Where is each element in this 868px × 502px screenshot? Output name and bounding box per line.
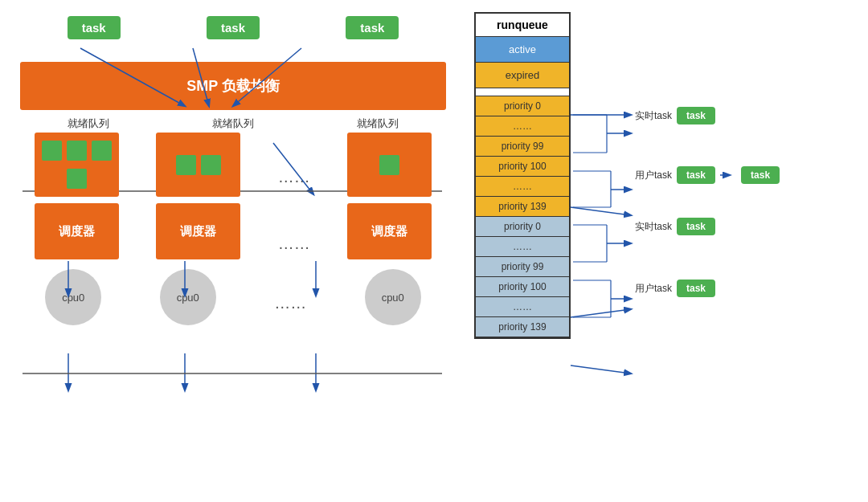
rq-active-p0: priority 0 [476,96,569,116]
main-diagram: task task task SMP 负载均衡 就绪队列 就绪队列 就绪队列 … [0,0,868,502]
rq-active-label: active [476,37,569,63]
mini-task [379,155,399,175]
svg-line-16 [571,309,631,317]
rq-expired-p99: priority 99 [476,257,569,277]
mini-task [67,169,87,189]
rq-active-p99: priority 99 [476,137,569,157]
right-panel: runqueue active expired priority 0 …… pr… [458,8,860,494]
active-realtime-task: task [677,107,715,124]
queue-labels-row: 就绪队列 就绪队列 就绪队列 [8,110,458,131]
queue-label-3: 就绪队列 [357,116,399,131]
cpus-container: cpu0 cpu0 …… cpu0 [8,269,458,325]
runqueue-header: runqueue [476,14,569,37]
user-task-label-2: 用户task [635,282,672,296]
queue-label-1: 就绪队列 [68,116,109,131]
cpu-circle-3: cpu0 [365,269,421,325]
rq-spacer-1 [476,88,569,96]
queue-box-2 [156,133,240,197]
rq-expired-p139: priority 139 [476,317,569,337]
schedulers-container: 调度器 调度器 …… 调度器 [8,203,458,259]
realtime-task-label-1: 实时task [635,109,672,123]
queue-label-2: 就绪队列 [212,116,254,131]
queue-box-3 [347,133,432,197]
rq-active-p139: priority 139 [476,197,569,217]
cpu-circle-2: cpu0 [160,269,216,325]
mini-task [176,155,196,175]
queue-box-1 [35,133,119,197]
left-panel: task task task SMP 负载均衡 就绪队列 就绪队列 就绪队列 … [8,8,458,494]
rq-active-dots2: …… [476,177,569,197]
rq-active-p100: priority 100 [476,157,569,177]
top-tasks-row: task task task [8,8,458,39]
svg-line-17 [571,365,631,373]
mini-task [42,141,62,161]
dots-middle: …… [278,133,310,197]
task-box-3: task [346,16,399,39]
mini-task [92,141,112,161]
smp-bar: SMP 负载均衡 [20,62,446,110]
scheduler-box-3: 调度器 [347,203,432,259]
mini-task [201,155,221,175]
active-user-task-2: task [741,166,780,184]
expired-realtime-task: task [677,218,715,235]
scheduler-dots: …… [278,203,310,259]
mini-task [67,141,87,161]
active-user-task-1: task [677,166,715,184]
task-box-2: task [207,16,260,39]
rq-expired-dots2: …… [476,297,569,317]
queues-container: …… [8,133,458,197]
scheduler-box-1: 调度器 [35,203,119,259]
rq-expired-dots: …… [476,237,569,257]
rq-active-dots: …… [476,116,569,137]
expired-user-task: task [677,280,715,297]
cpu-circle-1: cpu0 [45,269,101,325]
task-box-1: task [68,16,121,39]
cpu-dots: …… [274,269,306,325]
runqueue-column: runqueue active expired priority 0 …… pr… [474,12,571,339]
realtime-task-label-2: 实时task [635,220,672,234]
user-task-label-1: 用户task [635,169,672,182]
rq-expired-p0: priority 0 [476,217,569,237]
right-task-column: 实时task task 用户task task task 实时task task [635,12,780,297]
svg-line-15 [571,207,631,215]
scheduler-box-2: 调度器 [156,203,240,259]
task-arrow-connector [720,167,736,183]
rq-expired-label: expired [476,63,569,88]
rq-expired-p100: priority 100 [476,277,569,297]
